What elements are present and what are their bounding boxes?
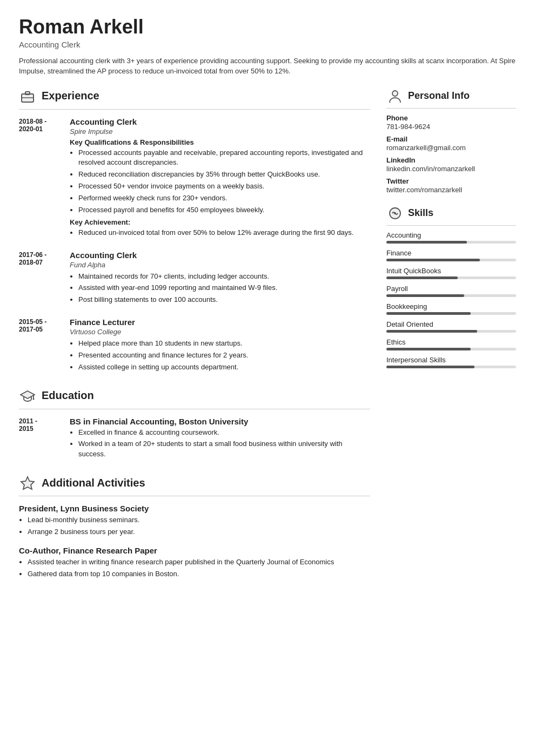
edu-degree-1: BS in Financial Accounting, Boston Unive…: [70, 417, 370, 426]
entry-date-1: 2018-08 -2020-01: [19, 117, 62, 241]
skill-bar-fill: [386, 259, 480, 261]
skill-bar-fill: [386, 312, 471, 315]
list-item: Arrange 2 business tours per year.: [28, 527, 370, 537]
skill-bar-background: [386, 330, 516, 333]
experience-icon: [19, 87, 36, 105]
activities-section: Additional Activities President, Lynn Bu…: [19, 474, 370, 579]
experience-entry-2: 2017-06 -2018-07 Accounting Clerk Fund A…: [19, 251, 370, 308]
list-item: Performed weekly check runs for 230+ ven…: [78, 193, 370, 204]
list-item: Excelled in finance & accounting coursew…: [78, 428, 370, 438]
entry-jobtitle-1: Accounting Clerk: [70, 117, 370, 126]
resume-header: Roman Arkell Accounting Clerk Profession…: [19, 16, 516, 77]
entry-jobtitle-2: Accounting Clerk: [70, 251, 370, 260]
skill-bar-background: [386, 294, 516, 297]
svg-rect-1: [25, 92, 30, 94]
skill-bar-fill: [386, 241, 467, 244]
entry-content-2: Accounting Clerk Fund Alpha Maintained r…: [70, 251, 370, 308]
entry-bullets-3: Helped place more than 10 students in ne…: [70, 339, 370, 373]
skill-name: Intuit QuickBooks: [386, 267, 516, 275]
entry-bullets-2: Maintained records for 70+ clients, incl…: [70, 272, 370, 306]
edu-date-1: 2011 -2015: [19, 417, 62, 463]
experience-section-header: Experience: [19, 87, 370, 105]
skill-bar-background: [386, 366, 516, 368]
activities-section-header: Additional Activities: [19, 474, 370, 491]
list-item: Post billing statements to over 100 acco…: [78, 295, 370, 305]
skill-name: Accounting: [386, 231, 516, 239]
entry-date-3: 2015-05 -2017-05: [19, 318, 62, 375]
svg-marker-3: [21, 391, 35, 399]
entry-content-1: Accounting Clerk Spire Impulse Key Quali…: [70, 117, 370, 241]
entry-subheading-1b: Key Achievement:: [70, 218, 370, 226]
education-entry-1: 2011 -2015 BS in Financial Accounting, B…: [19, 417, 370, 463]
activity-title-1: President, Lynn Business Society: [19, 504, 370, 513]
skills-list: AccountingFinanceIntuit QuickBooksPayrol…: [386, 231, 516, 368]
list-item: Processed 50+ vendor invoice payments on…: [78, 181, 370, 192]
entry-company-3: Virtuoso College: [70, 328, 370, 336]
list-item: Assisted college in setting up accounts …: [78, 362, 370, 373]
linkedin-value: linkedin.com/in/romanzarkell: [386, 165, 516, 173]
skill-bar-background: [386, 259, 516, 261]
personal-info-title: Personal Info: [408, 90, 470, 102]
phone-value: 781-984-9624: [386, 123, 516, 131]
personal-info-icon: [386, 87, 404, 105]
svg-point-5: [33, 398, 35, 400]
education-section-header: Education: [19, 387, 370, 404]
list-item: Presented accounting and finance lecture…: [78, 350, 370, 361]
skills-icon: [386, 205, 404, 222]
experience-entry-3: 2015-05 -2017-05 Finance Lecturer Virtuo…: [19, 318, 370, 375]
skill-name: Interpersonal Skills: [386, 356, 516, 364]
skills-divider: [386, 225, 516, 226]
activities-title: Additional Activities: [42, 477, 145, 489]
experience-title: Experience: [42, 90, 99, 102]
skill-bar-fill: [386, 348, 471, 350]
candidate-name: Roman Arkell: [19, 16, 516, 38]
skill-bar-fill: [386, 330, 477, 333]
education-divider: [19, 409, 370, 409]
linkedin-label: LinkedIn: [386, 156, 516, 164]
entry-bullets-1a: Processed accounts payable and receivabl…: [70, 148, 370, 215]
left-column: Experience 2018-08 -2020-01 Accounting C…: [19, 87, 370, 591]
personal-info-section: Personal Info Phone 781-984-9624 E-mail …: [386, 87, 516, 194]
list-item: Assisted with year-end 1099 reporting an…: [78, 283, 370, 293]
experience-entry-1: 2018-08 -2020-01 Accounting Clerk Spire …: [19, 117, 370, 241]
phone-label: Phone: [386, 114, 516, 122]
education-section: Education 2011 -2015 BS in Financial Acc…: [19, 387, 370, 463]
candidate-summary: Professional accounting clerk with 3+ ye…: [19, 56, 516, 77]
edu-content-1: BS in Financial Accounting, Boston Unive…: [70, 417, 370, 463]
right-column: Personal Info Phone 781-984-9624 E-mail …: [386, 87, 516, 591]
skills-section: Skills AccountingFinanceIntuit QuickBook…: [386, 205, 516, 368]
skills-title: Skills: [408, 207, 433, 219]
experience-divider: [19, 109, 370, 110]
entry-jobtitle-3: Finance Lecturer: [70, 318, 370, 327]
skill-name: Ethics: [386, 338, 516, 346]
list-item: Reduced reconciliation discrepancies by …: [78, 170, 370, 180]
svg-marker-6: [21, 477, 34, 489]
activities-divider: [19, 496, 370, 496]
email-label: E-mail: [386, 135, 516, 143]
list-item: Processed payroll and benefits for 450 e…: [78, 205, 370, 215]
activity-entry-1: President, Lynn Business Society Lead bi…: [19, 504, 370, 537]
twitter-value: twitter.com/romanzarkell: [386, 186, 516, 194]
experience-section: Experience 2018-08 -2020-01 Accounting C…: [19, 87, 370, 375]
skill-name: Bookkeeping: [386, 302, 516, 310]
skill-bar-background: [386, 276, 516, 279]
candidate-title: Accounting Clerk: [19, 40, 516, 49]
activities-icon: [19, 474, 36, 491]
edu-bullets-1: Excelled in finance & accounting coursew…: [70, 428, 370, 460]
activity-title-2: Co-Author, Finance Research Paper: [19, 546, 370, 555]
skill-bar-background: [386, 241, 516, 244]
skills-header: Skills: [386, 205, 516, 222]
personal-info-divider: [386, 108, 516, 109]
entry-content-3: Finance Lecturer Virtuoso College Helped…: [70, 318, 370, 375]
entry-company-2: Fund Alpha: [70, 261, 370, 269]
entry-company-1: Spire Impulse: [70, 127, 370, 136]
skill-bar-background: [386, 312, 516, 315]
list-item: Reduced un-invoiced total from over 50% …: [78, 228, 370, 238]
list-item: Processed accounts payable and receivabl…: [78, 148, 370, 168]
list-item: Helped place more than 10 students in ne…: [78, 339, 370, 349]
activity-entry-2: Co-Author, Finance Research Paper Assist…: [19, 546, 370, 579]
education-title: Education: [42, 389, 94, 402]
personal-info-header: Personal Info: [386, 87, 516, 105]
list-item: Assisted teacher in writing finance rese…: [28, 557, 370, 568]
email-value: romanzarkell@gmail.com: [386, 144, 516, 152]
